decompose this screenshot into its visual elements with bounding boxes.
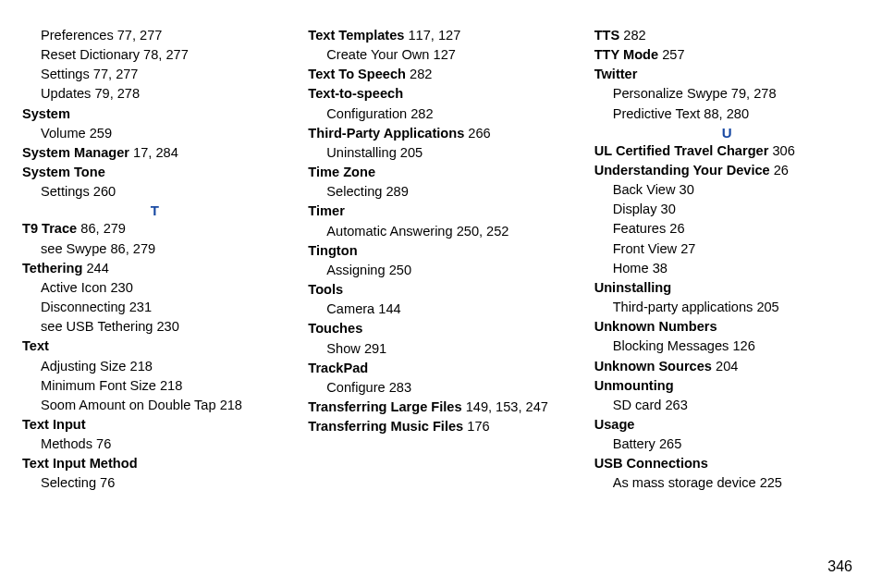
index-section-letter: U [594, 124, 860, 141]
index-subentry: Blocking Messages 126 [613, 337, 860, 356]
index-entry-pages: 306 [768, 143, 794, 158]
index-entry-term: Text [22, 338, 49, 353]
index-columns: Preferences 77, 277Reset Dictionary 78, … [22, 26, 860, 494]
index-entry: Tools [308, 280, 573, 300]
index-entry-term: Text Input [22, 417, 86, 432]
index-entry-term: Usage [594, 417, 635, 432]
index-entry-term: Timer [308, 203, 344, 218]
index-entry: System [22, 104, 288, 124]
index-subentry: see USB Tethering 230 [41, 317, 288, 337]
index-subentry: Uninstalling 205 [326, 143, 573, 163]
index-entry-term: Text Templates [308, 28, 404, 43]
index-subentry: Selecting 289 [326, 182, 573, 202]
index-subentry: SD card 263 [613, 396, 860, 415]
index-entry-term: UL Certified Travel Charger [594, 143, 769, 158]
index-entry: TrackPad [308, 359, 573, 378]
index-subentry: Home 38 [613, 259, 860, 278]
index-entry: Transferring Large Files 149, 153, 247 [308, 398, 573, 417]
index-entry-term: USB Connections [594, 456, 708, 471]
index-column-3: TTS 282TTY Mode 257TwitterPersonalize Sw… [594, 26, 860, 494]
index-entry: Tington [308, 241, 573, 261]
index-entry-term: Text-to-speech [308, 86, 403, 101]
index-entry-pages: 266 [464, 126, 490, 141]
index-subentry: Updates 79, 278 [41, 84, 288, 104]
index-subentry: Configure 283 [326, 378, 573, 398]
index-entry-term: Third-Party Applications [308, 126, 464, 141]
index-entry: Twitter [594, 65, 860, 84]
index-subentry: Settings 260 [41, 182, 288, 202]
index-entry: Unknown Sources 204 [594, 357, 860, 376]
index-entry-term: Time Zone [308, 165, 375, 179]
index-entry-term: Uninstalling [594, 280, 672, 295]
index-entry-term: Unmounting [594, 378, 674, 393]
index-subentry: Methods 76 [41, 435, 288, 454]
index-entry: Text Input Method [22, 454, 288, 473]
index-entry-term: Transferring Music Files [308, 419, 463, 434]
index-subentry: Predictive Text 88, 280 [613, 104, 860, 124]
index-entry: USB Connections [594, 454, 860, 473]
index-entry-term: System Tone [22, 165, 105, 179]
index-subentry: Front View 27 [613, 239, 860, 259]
index-subentry: Configuration 282 [326, 104, 573, 124]
index-entry-pages: 26 [770, 163, 789, 178]
index-entry-pages: 204 [712, 359, 738, 374]
index-subentry: Personalize Swype 79, 278 [613, 84, 860, 104]
index-page: Preferences 77, 277Reset Dictionary 78, … [0, 0, 882, 588]
index-subentry: Back View 30 [613, 180, 860, 200]
index-entry-term: Unknown Numbers [594, 319, 717, 334]
index-entry: Tethering 244 [22, 259, 288, 278]
index-entry: Third-Party Applications 266 [308, 124, 573, 143]
index-entry-pages: 86, 279 [77, 221, 126, 236]
index-subentry: Active Icon 230 [41, 278, 288, 298]
index-subentry: see Swype 86, 279 [41, 239, 288, 259]
index-subentry: Minimum Font Size 218 [41, 376, 288, 396]
index-subentry: Selecting 76 [41, 473, 288, 493]
index-entry: Text-to-speech [308, 84, 573, 104]
index-entry-pages: 282 [406, 67, 432, 81]
index-subentry: Display 30 [613, 200, 860, 219]
index-entry-term: Tington [308, 243, 357, 258]
index-entry: Usage [594, 415, 860, 435]
index-entry-pages: 282 [619, 28, 645, 43]
index-subentry: Adjusting Size 218 [41, 357, 288, 376]
index-entry: Uninstalling [594, 278, 860, 298]
index-entry: TTY Mode 257 [594, 45, 860, 65]
page-number: 346 [827, 558, 852, 575]
index-subentry: Features 26 [613, 219, 860, 239]
index-entry: Touches [308, 319, 573, 338]
index-entry-term: T9 Trace [22, 221, 77, 236]
index-entry-pages: 257 [658, 47, 684, 62]
index-entry: Transferring Music Files 176 [308, 417, 573, 436]
index-entry-term: Twitter [594, 67, 638, 81]
index-subentry: Volume 259 [41, 124, 288, 143]
index-entry-pages: 176 [463, 419, 489, 434]
index-subentry: Camera 144 [326, 300, 573, 319]
index-entry-term: TTY Mode [594, 47, 658, 62]
index-subentry: Soom Amount on Double Tap 218 [41, 396, 288, 415]
index-entry-pages: 149, 153, 247 [462, 399, 548, 414]
index-subentry: Reset Dictionary 78, 277 [41, 45, 288, 65]
index-subentry: Disconnecting 231 [41, 298, 288, 317]
index-entry-term: TrackPad [308, 361, 368, 375]
index-entry: Understanding Your Device 26 [594, 161, 860, 180]
index-entry-term: System Manager [22, 145, 129, 160]
index-subentry: Third-party applications 205 [613, 298, 860, 317]
index-column-2: Text Templates 117, 127Create Your Own 1… [308, 26, 573, 494]
index-entry: Text Input [22, 415, 288, 435]
index-subentry: Show 291 [326, 339, 573, 359]
index-entry-term: Tools [308, 282, 343, 297]
index-entry: UL Certified Travel Charger 306 [594, 141, 860, 161]
index-entry: Time Zone [308, 163, 573, 182]
index-entry-term: Text To Speech [308, 67, 406, 81]
index-entry: Unknown Numbers [594, 317, 860, 337]
index-subentry: Automatic Answering 250, 252 [326, 222, 573, 241]
index-entry-term: System [22, 106, 70, 121]
index-subentry: Create Your Own 127 [326, 45, 573, 65]
index-column-1: Preferences 77, 277Reset Dictionary 78, … [22, 26, 288, 494]
index-entry: TTS 282 [594, 26, 860, 45]
index-entry: Unmounting [594, 376, 860, 396]
index-entry-term: Text Input Method [22, 456, 138, 471]
index-entry: Timer [308, 202, 573, 221]
index-entry-term: TTS [594, 28, 620, 43]
index-entry: Text Templates 117, 127 [308, 26, 573, 45]
